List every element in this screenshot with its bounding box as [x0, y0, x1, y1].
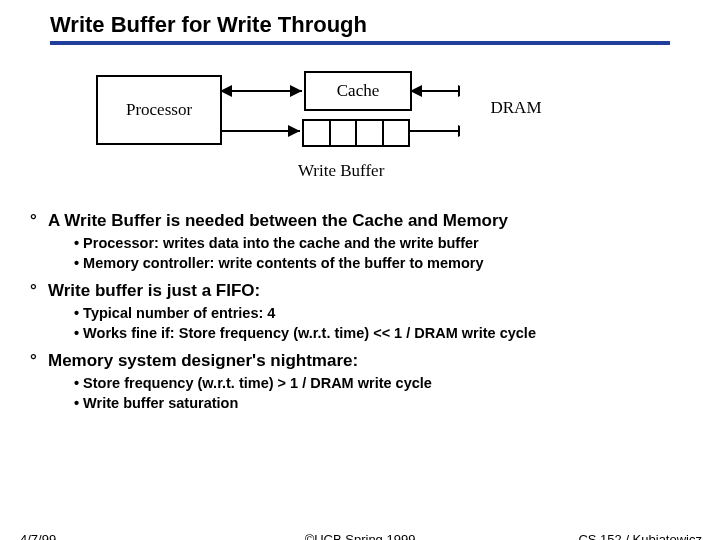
processor-box: Processor — [96, 75, 222, 145]
diagram-area: Processor Cache DRAM Write Buffer — [0, 65, 720, 205]
footer-course: CS 152 / Kubiatowicz Lec18. 44 — [578, 532, 702, 540]
wb-cell — [331, 121, 358, 145]
wb-cell — [357, 121, 384, 145]
wb-cell — [304, 121, 331, 145]
sub-bullet: Write buffer saturation — [74, 395, 690, 411]
bullet-head: °Memory system designer's nightmare: — [30, 351, 690, 371]
write-buffer-box — [302, 119, 410, 147]
cache-box: Cache — [304, 71, 412, 111]
sub-bullet: Works fine if: Store frequency (w.r.t. t… — [74, 325, 690, 341]
dram-box: DRAM — [460, 75, 572, 141]
sub-bullet: Processor: writes data into the cache an… — [74, 235, 690, 251]
write-buffer-label: Write Buffer — [298, 161, 384, 181]
content-area: °A Write Buffer is needed between the Ca… — [0, 211, 720, 411]
bullet-head: °Write buffer is just a FIFO: — [30, 281, 690, 301]
bullet-head: °A Write Buffer is needed between the Ca… — [30, 211, 690, 231]
slide-title: Write Buffer for Write Through — [50, 12, 670, 45]
sub-bullet: Typical number of entries: 4 — [74, 305, 690, 321]
wb-cell — [384, 121, 409, 145]
sub-bullet: Memory controller: write contents of the… — [74, 255, 690, 271]
sub-bullet: Store frequency (w.r.t. time) > 1 / DRAM… — [74, 375, 690, 391]
